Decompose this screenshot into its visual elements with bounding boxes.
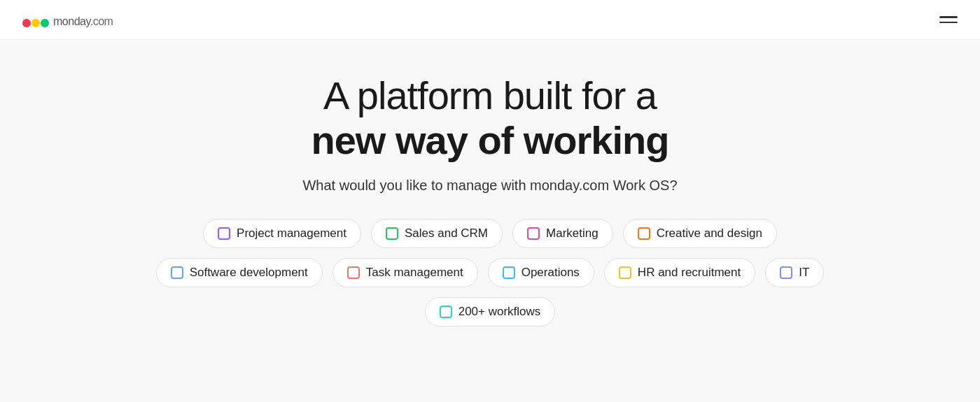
chip-task-mgmt[interactable]: Task management bbox=[332, 258, 478, 287]
chip-project-management[interactable]: Project management bbox=[203, 219, 361, 248]
chip-checkbox-software-dev bbox=[171, 266, 183, 279]
chip-label-sales-crm: Sales and CRM bbox=[405, 227, 488, 241]
chip-hr-recruitment[interactable]: HR and recruitment bbox=[604, 258, 755, 287]
chip-checkbox-hr-recruitment bbox=[619, 266, 631, 279]
chip-software-dev[interactable]: Software development bbox=[156, 258, 323, 287]
chips-container: Project managementSales and CRMMarketing… bbox=[156, 219, 825, 326]
chip-checkbox-operations bbox=[503, 266, 515, 279]
main-content: A platform built for a new way of workin… bbox=[0, 40, 980, 349]
chip-it[interactable]: IT bbox=[765, 258, 824, 287]
svg-point-1 bbox=[31, 19, 40, 27]
chip-checkbox-marketing bbox=[527, 227, 540, 240]
logo-text: monday.com bbox=[53, 10, 113, 29]
chip-label-software-dev: Software development bbox=[190, 266, 308, 280]
menu-button[interactable] bbox=[939, 16, 958, 23]
hamburger-line-1 bbox=[939, 16, 958, 18]
chips-row-3: 200+ workflows bbox=[425, 297, 556, 326]
hamburger-line-2 bbox=[939, 22, 958, 24]
svg-point-0 bbox=[22, 19, 31, 27]
subtitle: What would you like to manage with monda… bbox=[302, 178, 677, 194]
chip-label-creative-design: Creative and design bbox=[657, 227, 762, 241]
chip-checkbox-project-management bbox=[218, 227, 230, 240]
headline-line2: new way of working bbox=[312, 118, 669, 163]
chip-checkbox-sales-crm bbox=[386, 227, 398, 240]
chips-row-1: Project managementSales and CRMMarketing… bbox=[203, 219, 777, 248]
chip-label-operations: Operations bbox=[522, 266, 580, 280]
chip-marketing[interactable]: Marketing bbox=[512, 219, 613, 248]
chip-creative-design[interactable]: Creative and design bbox=[623, 219, 777, 248]
chip-label-marketing: Marketing bbox=[546, 227, 598, 241]
chip-label-workflows: 200+ workflows bbox=[458, 305, 541, 319]
header: monday.com bbox=[0, 0, 980, 40]
chip-label-project-management: Project management bbox=[237, 227, 346, 241]
chip-checkbox-workflows bbox=[440, 306, 452, 318]
chip-sales-crm[interactable]: Sales and CRM bbox=[371, 219, 503, 248]
chip-operations[interactable]: Operations bbox=[488, 258, 594, 287]
chip-workflows[interactable]: 200+ workflows bbox=[425, 297, 556, 326]
logo[interactable]: monday.com bbox=[22, 10, 113, 29]
chip-checkbox-creative-design bbox=[638, 227, 650, 240]
chip-checkbox-it bbox=[780, 266, 792, 279]
svg-point-2 bbox=[41, 19, 49, 27]
chip-label-it: IT bbox=[799, 266, 809, 280]
chips-row-2: Software developmentTask managementOpera… bbox=[156, 258, 825, 287]
headline: A platform built for a new way of workin… bbox=[312, 73, 669, 164]
logo-icon bbox=[22, 12, 49, 27]
chip-label-hr-recruitment: HR and recruitment bbox=[638, 266, 741, 280]
headline-line1: A platform built for a bbox=[312, 73, 669, 118]
chip-label-task-mgmt: Task management bbox=[366, 266, 463, 280]
chip-checkbox-task-mgmt bbox=[347, 266, 360, 279]
